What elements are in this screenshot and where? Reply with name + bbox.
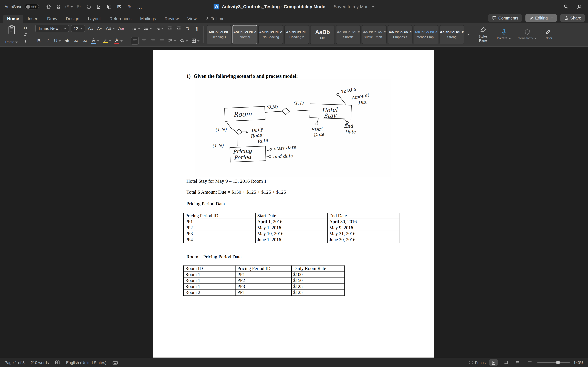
zoom-level[interactable]: 140% (573, 360, 583, 365)
tab-design[interactable]: Design (62, 15, 83, 23)
decrease-indent-button[interactable] (166, 25, 173, 32)
format-painter-button[interactable] (22, 38, 29, 44)
tab-review[interactable]: Review (160, 15, 183, 23)
styles-gallery-more-button[interactable] (467, 25, 471, 44)
line-spacing-button[interactable] (167, 37, 177, 44)
draft-view-button[interactable] (526, 359, 534, 366)
word-count[interactable]: 210 words (31, 360, 49, 365)
justify-button[interactable] (158, 37, 165, 44)
copy-button[interactable] (105, 2, 113, 11)
spelling-button[interactable] (95, 2, 104, 11)
editor-button[interactable]: Editor (541, 25, 554, 44)
redo-button[interactable]: ↻ (75, 2, 83, 11)
numbering-button[interactable] (143, 25, 153, 32)
dictate-button[interactable]: Dictate (495, 25, 513, 44)
document-canvas[interactable]: 1) Given the following scenario and proc… (0, 47, 588, 358)
more-commands-button[interactable]: … (135, 2, 144, 11)
copy-format-button[interactable] (22, 31, 29, 38)
table-row: PP1April 1, 2016April 30, 2016 (184, 219, 399, 225)
increase-indent-button[interactable] (175, 25, 182, 32)
web-layout-view-button[interactable] (501, 359, 510, 366)
superscript-icon: x (83, 39, 85, 43)
focus-mode-button[interactable]: Focus (468, 360, 486, 365)
search-button[interactable] (562, 2, 571, 11)
strikethrough-button[interactable]: ab (63, 37, 70, 44)
print-button[interactable] (85, 2, 93, 11)
font-color-button[interactable]: A (113, 37, 123, 44)
document-page[interactable]: 1) Given the following scenario and proc… (153, 50, 434, 358)
account-button[interactable] (575, 2, 584, 11)
text-input-indicator[interactable] (112, 360, 118, 365)
style-subtitle[interactable]: AaBbCcDdEeSubtitle (336, 25, 361, 44)
tab-insert[interactable]: Insert (24, 15, 43, 23)
table-cell: May 9, 2016 (328, 225, 399, 231)
style-title[interactable]: AaBbTitle (310, 25, 335, 44)
change-case-button[interactable]: Aa (105, 25, 115, 32)
font-size-combobox[interactable]: 12 (71, 25, 85, 32)
group-divider (128, 26, 128, 43)
bullet-list-icon (132, 26, 137, 31)
sort-button[interactable]: ⇅ (184, 25, 191, 32)
tab-references[interactable]: References (105, 15, 136, 23)
document-title-area[interactable]: W Activity8_Controls_Testing - Compatibi… (214, 0, 374, 13)
editing-mode-button[interactable]: Editing (525, 14, 557, 22)
share-button[interactable]: Share (560, 14, 585, 22)
cut-button[interactable]: ✂ (22, 25, 29, 31)
tab-view[interactable]: View (183, 15, 201, 23)
style-emphasis[interactable]: AaBbCcDdEeEmphasis (388, 25, 413, 44)
font-name-combobox[interactable]: Times New... (35, 25, 69, 32)
show-formatting-button[interactable]: ¶ (193, 25, 200, 32)
borders-button[interactable] (190, 37, 200, 44)
style-strong[interactable]: AaBbCcDdEeStrong (440, 25, 464, 44)
proofing-status[interactable] (55, 360, 60, 365)
group-divider (203, 26, 204, 43)
multilevel-list-button[interactable] (155, 25, 164, 32)
language-status[interactable]: English (United States) (66, 360, 106, 365)
comments-button[interactable]: Comments (488, 14, 522, 22)
user-avatar-icon (576, 4, 582, 10)
style-no-spacing[interactable]: AaBbCcDdEeNo Spacing (258, 25, 283, 44)
process-model-image[interactable]: Room (0,N) (1,1) Hotel Stay Total $ Amou… (195, 79, 391, 177)
sensitivity-button[interactable]: Sensitivity (516, 25, 539, 44)
zoom-slider[interactable] (537, 362, 570, 363)
style-subtle-emph-[interactable]: AaBbCcDdEeSubtle Emph... (362, 25, 387, 44)
italic-button[interactable]: I (44, 37, 51, 44)
undo-button[interactable]: ↺ (64, 2, 73, 11)
mail-button[interactable]: ✉ (115, 2, 124, 11)
bullets-button[interactable] (131, 25, 141, 32)
clear-formatting-button[interactable]: A (117, 25, 125, 32)
style-heading-2[interactable]: AaBbCcDdEHeading 2 (284, 25, 309, 44)
zoom-slider-knob[interactable] (556, 361, 560, 364)
subscript-button[interactable]: x2 (72, 37, 79, 44)
tab-home[interactable]: Home (3, 15, 23, 23)
align-right-button[interactable] (149, 37, 156, 44)
tell-me-button[interactable]: Tell me (201, 14, 228, 23)
increase-font-button[interactable]: A▲ (87, 25, 94, 32)
shading-button[interactable] (179, 37, 189, 44)
draw-pen-button[interactable]: ✎ (125, 2, 134, 11)
style-intense-emp-[interactable]: AaBbCcDdEeIntense Emp... (414, 25, 438, 44)
superscript-button[interactable]: x2 (81, 37, 88, 44)
style-heading-1[interactable]: AaBbCcDdEHeading 1 (207, 25, 231, 44)
style-normal[interactable]: AaBbCcDdEeNormal (233, 25, 257, 44)
proofing-book-icon (55, 360, 60, 365)
paste-button[interactable]: Paste (4, 25, 19, 44)
autosave-toggle[interactable]: OFF (25, 4, 39, 9)
tab-mailings[interactable]: Mailings (136, 15, 160, 23)
bold-button[interactable]: B (35, 37, 43, 44)
print-layout-view-button[interactable] (489, 359, 498, 366)
save-button[interactable] (54, 2, 63, 11)
outline-view-button[interactable] (513, 359, 522, 366)
tab-draw[interactable]: Draw (43, 15, 61, 23)
text-effects-button[interactable]: A (90, 37, 100, 44)
align-center-button[interactable] (140, 37, 147, 44)
page-status[interactable]: Page 1 of 3 (4, 360, 25, 365)
underline-button[interactable]: U (53, 37, 61, 44)
align-left-button[interactable] (131, 37, 138, 44)
tab-layout[interactable]: Layout (84, 15, 105, 23)
decrease-font-button[interactable]: A▼ (96, 25, 103, 32)
highlight-color-button[interactable] (102, 37, 112, 44)
styles-pane-button[interactable]: Styles Pane (474, 25, 492, 44)
home-button[interactable] (44, 2, 53, 11)
autosave-control[interactable]: AutoSave OFF (4, 4, 39, 9)
